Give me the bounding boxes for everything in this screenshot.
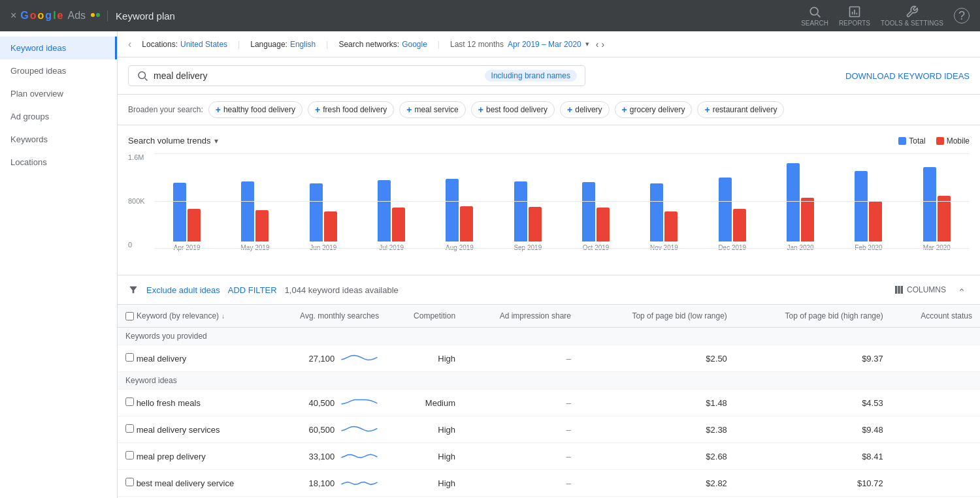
- svg-point-0: [91, 13, 95, 17]
- sidebar-item-ad-groups[interactable]: Ad groups: [0, 105, 117, 128]
- location-filter[interactable]: Locations: United States: [142, 40, 227, 49]
- table-row: meal delivery 27,100 High – $2.50 $9.37: [118, 345, 980, 372]
- account-status-header: Account status: [891, 305, 980, 328]
- total-bar: [514, 181, 527, 241]
- bar-label: Jul 2019: [379, 244, 404, 251]
- google-ads-logo: G o o g l e Ads: [20, 10, 101, 22]
- bid-low-header: Top of page bid (low range): [579, 305, 735, 328]
- total-bar: [787, 163, 800, 241]
- search-nav-icon[interactable]: SEARCH: [801, 5, 828, 27]
- sparkline: [340, 423, 379, 436]
- help-icon[interactable]: ?: [954, 8, 970, 23]
- bar-label: May 2019: [241, 244, 270, 251]
- bid-high-header: Top of page bid (high range): [735, 305, 891, 328]
- bar-group: Aug 2019: [427, 157, 492, 251]
- keyword-column-header: Keyword (by relevance) ↓: [125, 311, 240, 320]
- table-row: meal delivery services 60,500 High – $2.…: [118, 416, 980, 443]
- select-all-checkbox[interactable]: [125, 312, 134, 320]
- top-nav-icons: SEARCH REPORTS TOOLS & SETTINGS ?: [801, 5, 970, 27]
- sidebar-item-grouped-ideas[interactable]: Grouped ideas: [0, 59, 117, 82]
- sidebar-item-locations[interactable]: Locations: [0, 151, 117, 174]
- bar-label: Mar 2020: [923, 244, 951, 251]
- bar-label: Jan 2020: [787, 244, 814, 251]
- svg-line-9: [145, 78, 148, 81]
- bar-group: Oct 2019: [563, 157, 629, 251]
- columns-button[interactable]: COLUMNS: [894, 285, 946, 295]
- bar-label: Aug 2019: [446, 244, 474, 251]
- collapse-button[interactable]: [954, 282, 970, 298]
- bar-group: Feb 2020: [836, 157, 901, 251]
- close-icon[interactable]: ×: [10, 10, 16, 22]
- broaden-search-bar: Broaden your search: + healthy food deli…: [118, 95, 980, 125]
- sidebar-toggle-icon[interactable]: ‹: [128, 39, 131, 50]
- date-prev-button[interactable]: ‹: [596, 39, 599, 50]
- row-checkbox[interactable]: [125, 451, 134, 459]
- bar-group: Mar 2020: [904, 157, 970, 251]
- total-bar: [378, 180, 391, 241]
- bar-group: Dec 2019: [700, 157, 765, 251]
- total-bar: [173, 183, 186, 241]
- date-range-selector[interactable]: Last 12 months Apr 2019 – Mar 2020 ▾ ‹ ›: [450, 39, 604, 50]
- svg-point-1: [96, 13, 100, 17]
- keyword-search-input[interactable]: meal delivery: [154, 70, 480, 81]
- chart-dropdown-icon[interactable]: ▾: [214, 136, 218, 146]
- sidebar-item-keywords[interactable]: Keywords: [0, 128, 117, 151]
- y-axis: 1.6M 800K 0: [128, 153, 154, 264]
- add-filter-button[interactable]: ADD FILTER: [228, 285, 277, 295]
- row-checkbox[interactable]: [125, 424, 134, 433]
- bar-group: Apr 2019: [154, 157, 220, 251]
- sparkline: [340, 476, 379, 490]
- sidebar-item-keyword-ideas[interactable]: Keyword ideas: [0, 37, 117, 59]
- exclude-adult-ideas-button[interactable]: Exclude adult ideas: [146, 285, 220, 295]
- broaden-label: Broaden your search:: [128, 105, 203, 114]
- total-bar: [310, 183, 323, 241]
- total-bar: [241, 181, 254, 241]
- sidebar-item-plan-overview[interactable]: Plan overview: [0, 82, 117, 105]
- sparkline: [340, 450, 379, 463]
- reports-nav-icon[interactable]: REPORTS: [839, 5, 870, 27]
- row-checkbox[interactable]: [125, 397, 134, 406]
- total-bar: [446, 179, 459, 241]
- filter-icon: [128, 285, 139, 295]
- mobile-bar: [664, 211, 678, 241]
- avg-monthly-header: Avg. monthly searches: [248, 305, 387, 328]
- top-navigation: × G o o g l e Ads Keyword plan: [0, 0, 980, 31]
- bar-label: Apr 2019: [174, 244, 201, 251]
- date-next-button[interactable]: ›: [601, 39, 604, 50]
- search-box-icon: [137, 70, 148, 82]
- sort-icon[interactable]: ↓: [221, 313, 225, 320]
- total-bar: [582, 182, 595, 241]
- logo-area: × G o o g l e Ads Keyword plan: [10, 10, 175, 22]
- bar-label: Oct 2019: [583, 244, 610, 251]
- broaden-chip-meal-service[interactable]: + meal service: [399, 101, 466, 118]
- broaden-chip-delivery[interactable]: + delivery: [560, 101, 610, 118]
- mobile-legend-dot: [936, 137, 944, 145]
- broaden-chip-healthy-food-delivery[interactable]: + healthy food delivery: [208, 101, 302, 118]
- broaden-chip-grocery-delivery[interactable]: + grocery delivery: [615, 101, 693, 118]
- row-checkbox[interactable]: [125, 353, 134, 362]
- sidebar: Keyword ideas Grouped ideas Plan overvie…: [0, 31, 118, 498]
- total-bar: [719, 178, 732, 241]
- broaden-chip-fresh-food-delivery[interactable]: + fresh food delivery: [308, 101, 394, 118]
- chart-area: 1.6M 800K 0 Apr 2019May 2019Jun 2019Jul …: [128, 153, 970, 264]
- total-legend-dot: [898, 137, 906, 145]
- svg-point-2: [810, 7, 818, 15]
- language-filter[interactable]: Language: English: [250, 40, 316, 49]
- search-box: meal delivery Including brand names: [128, 65, 585, 86]
- bar-group: May 2019: [222, 157, 287, 251]
- broaden-chip-best-food-delivery[interactable]: + best food delivery: [471, 101, 555, 118]
- chart-container: Search volume trends ▾ Total Mobile: [128, 136, 970, 264]
- page-name: Keyword plan: [107, 10, 175, 22]
- total-bar: [855, 171, 868, 241]
- ad-impression-header: Ad impression share: [463, 305, 579, 328]
- tools-nav-icon[interactable]: TOOLS & SETTINGS: [881, 5, 943, 27]
- mobile-bar: [188, 209, 201, 241]
- chart-title: Search volume trends: [128, 136, 210, 146]
- download-keyword-ideas-button[interactable]: DOWNLOAD KEYWORD IDEAS: [845, 71, 970, 81]
- network-filter[interactable]: Search networks: Google: [338, 40, 427, 49]
- brand-tag[interactable]: Including brand names: [485, 70, 577, 82]
- broaden-chip-restaurant-delivery[interactable]: + restaurant delivery: [697, 101, 784, 118]
- bar-group: Sep 2019: [495, 157, 561, 251]
- mobile-bar: [733, 209, 746, 241]
- row-checkbox[interactable]: [125, 478, 134, 486]
